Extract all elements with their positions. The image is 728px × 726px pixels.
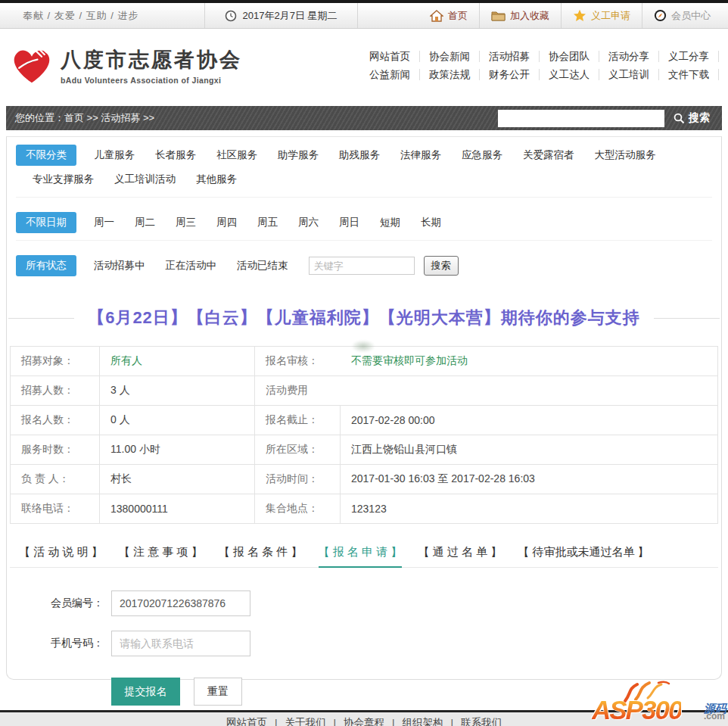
keyword-input[interactable] bbox=[309, 257, 415, 275]
search-icon bbox=[674, 113, 685, 124]
add-favorite-link[interactable]: 加入收藏 bbox=[479, 3, 561, 28]
compass-icon bbox=[654, 9, 667, 22]
nav-row-2: 公益新闻 政策法规 财务公开 义工达人 义工培训 文件下载 bbox=[360, 69, 719, 80]
info-value: 0 人 bbox=[100, 406, 255, 435]
table-row: 报名人数： 0 人 报名截止： 2017-02-28 00:00 bbox=[11, 406, 717, 435]
info-value: 1380000111 bbox=[100, 494, 255, 523]
nav-item-home[interactable]: 网站首页 bbox=[360, 51, 420, 62]
filter-date-item[interactable]: 周二 bbox=[135, 212, 155, 233]
member-id-field[interactable] bbox=[111, 590, 250, 616]
filter-category-item[interactable]: 儿童服务 bbox=[94, 145, 135, 166]
nav-item-news[interactable]: 协会新闻 bbox=[420, 51, 480, 62]
footer-link-charter[interactable]: 协会章程 bbox=[325, 717, 384, 726]
detail-tabs: 【 活 动 说 明 】 【 注 意 事 项 】 【 报 名 条 件 】 【 报 … bbox=[10, 545, 718, 568]
member-center-label: 会员中心 bbox=[671, 9, 711, 23]
info-value bbox=[341, 376, 717, 405]
filter-section: 不限分类 儿童服务 长者服务 社区服务 助学服务 助残服务 法律服务 应急服务 … bbox=[7, 137, 721, 190]
nav-item-finance[interactable]: 财务公开 bbox=[480, 69, 540, 80]
table-row: 负 责 人： 村长 活动时间： 2017-01-30 16:03 至 2017-… bbox=[11, 465, 717, 494]
nav-item-volunteer-share[interactable]: 义工分享 bbox=[659, 51, 719, 62]
info-label: 集合地点： bbox=[255, 494, 341, 523]
site-search-input[interactable] bbox=[498, 110, 664, 127]
filter-date-item[interactable]: 周五 bbox=[257, 212, 278, 233]
nav-item-recruit[interactable]: 活动招募 bbox=[480, 51, 540, 62]
nav-item-training[interactable]: 义工培训 bbox=[599, 69, 659, 80]
info-label: 活动时间： bbox=[255, 465, 341, 494]
member-center-link[interactable]: 会员中心 bbox=[642, 3, 722, 28]
reset-button[interactable]: 重置 bbox=[194, 678, 242, 706]
heart-logo-icon bbox=[9, 44, 54, 86]
info-value: 所有人 bbox=[100, 347, 255, 375]
nav-item-policy[interactable]: 政策法规 bbox=[420, 69, 480, 80]
filter-date-item[interactable]: 周四 bbox=[216, 212, 237, 233]
filter-category-item[interactable]: 其他服务 bbox=[196, 169, 237, 190]
volunteer-apply-link[interactable]: 义工申请 bbox=[561, 3, 642, 28]
info-label: 报名审核： bbox=[255, 347, 341, 375]
table-row: 服务时数： 11.00 小时 所在区域： 江西上饶铅山县河口镇 bbox=[11, 435, 717, 465]
filter-date-all[interactable]: 不限日期 bbox=[16, 212, 76, 233]
tab-approved-list[interactable]: 【 通 过 名 单 】 bbox=[418, 545, 502, 567]
filter-date-item[interactable]: 周三 bbox=[176, 212, 196, 233]
filter-category-all[interactable]: 不限分类 bbox=[16, 145, 76, 166]
category-filter-row-2: 专业支撑服务 义工培训活动 其他服务 bbox=[16, 169, 712, 190]
filter-category-item[interactable]: 法律服务 bbox=[400, 145, 441, 166]
breadcrumb-bar: 您的位置：首页 >> 活动招募 >> 搜索 bbox=[6, 106, 722, 130]
filter-category-item[interactable]: 长者服务 bbox=[155, 145, 196, 166]
site-logo[interactable]: 八度市志愿者协会 bAdu Volunteers Association of … bbox=[9, 44, 242, 86]
filter-category-item[interactable]: 专业支撑服务 bbox=[33, 169, 94, 190]
filter-category-item[interactable]: 关爱露宿者 bbox=[523, 145, 574, 166]
tab-signup-conditions[interactable]: 【 报 名 条 件 】 bbox=[219, 545, 303, 567]
tab-activity-description[interactable]: 【 活 动 说 明 】 bbox=[19, 545, 103, 567]
filter-category-item[interactable]: 助残服务 bbox=[339, 145, 380, 166]
nav-item-volunteer-star[interactable]: 义工达人 bbox=[540, 69, 599, 80]
filter-category-item[interactable]: 义工培训活动 bbox=[114, 169, 176, 190]
nav-item-activity-share[interactable]: 活动分享 bbox=[599, 51, 659, 62]
phone-row: 手机号码： bbox=[7, 631, 721, 656]
filter-status-all[interactable]: 所有状态 bbox=[16, 255, 76, 276]
topbar-links: 首页 加入收藏 义工申请 会员中心 bbox=[418, 3, 722, 28]
nav-item-downloads[interactable]: 文件下载 bbox=[659, 69, 719, 80]
phone-field[interactable] bbox=[111, 631, 250, 656]
category-filter-row-1: 不限分类 儿童服务 长者服务 社区服务 助学服务 助残服务 法律服务 应急服务 … bbox=[16, 145, 712, 166]
filter-status-item[interactable]: 活动已结束 bbox=[237, 255, 288, 276]
filter-date-item[interactable]: 周六 bbox=[298, 212, 319, 233]
info-value: 11.00 小时 bbox=[100, 435, 255, 464]
filter-category-item[interactable]: 社区服务 bbox=[216, 145, 257, 166]
filter-date-item[interactable]: 周日 bbox=[339, 212, 359, 233]
info-value: 123123 bbox=[341, 494, 717, 523]
info-label: 所在区域： bbox=[255, 435, 341, 464]
info-label: 联络电话： bbox=[11, 494, 100, 523]
member-id-label: 会员编号： bbox=[7, 597, 104, 610]
nav-item-team[interactable]: 协会团队 bbox=[540, 51, 599, 62]
filter-date-item[interactable]: 长期 bbox=[421, 212, 441, 233]
footer-link-structure[interactable]: 组织架构 bbox=[384, 717, 443, 726]
footer-link-about[interactable]: 关于我们 bbox=[267, 717, 326, 726]
table-row: 招募人数： 3 人 活动费用 bbox=[11, 376, 717, 406]
site-name: 八度市志愿者协会 bbox=[61, 46, 242, 73]
filter-category-item[interactable]: 应急服务 bbox=[462, 145, 502, 166]
filter-divider bbox=[16, 197, 712, 198]
filter-status-item[interactable]: 活动招募中 bbox=[94, 255, 145, 276]
folder-icon bbox=[491, 10, 506, 21]
nav-item-public-news[interactable]: 公益新闻 bbox=[360, 69, 420, 80]
footer-link-home[interactable]: 网站首页 bbox=[226, 717, 267, 726]
tab-signup-apply[interactable]: 【 报 名 申 请 】 bbox=[319, 545, 403, 568]
submit-signup-button[interactable]: 提交报名 bbox=[111, 678, 180, 706]
filter-date-item[interactable]: 周一 bbox=[94, 212, 114, 233]
site-search-button[interactable]: 搜索 bbox=[664, 111, 713, 125]
current-date: 2017年2月7日 星期二 bbox=[243, 9, 338, 23]
info-label: 招募人数： bbox=[11, 376, 100, 405]
volunteer-apply-label: 义工申请 bbox=[591, 9, 630, 23]
filter-status-item[interactable]: 正在活动中 bbox=[166, 255, 217, 276]
footer-link-contact[interactable]: 联系我们 bbox=[443, 717, 502, 726]
home-link-label: 首页 bbox=[448, 9, 468, 23]
filter-category-item[interactable]: 助学服务 bbox=[278, 145, 319, 166]
tab-notes[interactable]: 【 注 意 事 项 】 bbox=[119, 545, 203, 567]
status-filter-section: 所有状态 活动招募中 正在活动中 活动已结束 搜索 bbox=[7, 248, 721, 276]
star-icon bbox=[573, 9, 586, 22]
filter-category-item[interactable]: 大型活动服务 bbox=[595, 145, 656, 166]
home-link[interactable]: 首页 bbox=[418, 3, 479, 28]
filter-date-item[interactable]: 短期 bbox=[380, 212, 400, 233]
keyword-search-button[interactable]: 搜索 bbox=[424, 256, 459, 276]
tab-pending-list[interactable]: 【 待审批或未通过名单 】 bbox=[518, 545, 649, 567]
